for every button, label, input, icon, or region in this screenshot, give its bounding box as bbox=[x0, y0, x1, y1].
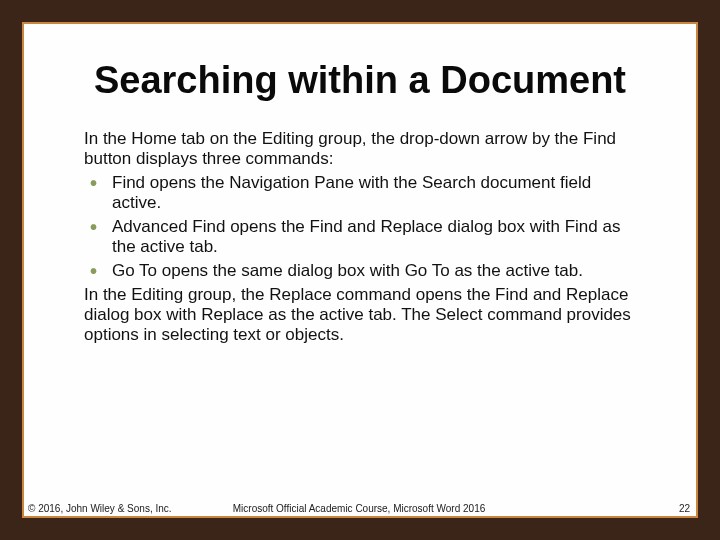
list-item: Go To opens the same dialog box with Go … bbox=[84, 261, 636, 281]
bullet-list: Find opens the Navigation Pane with the … bbox=[84, 173, 636, 281]
slide-content: Searching within a Document In the Home … bbox=[84, 60, 636, 350]
slide-frame: Searching within a Document In the Home … bbox=[22, 22, 698, 518]
slide-footer: © 2016, John Wiley & Sons, Inc. Microsof… bbox=[28, 498, 690, 514]
list-item: Find opens the Navigation Pane with the … bbox=[84, 173, 636, 213]
outro-paragraph: In the Editing group, the Replace comman… bbox=[84, 285, 636, 345]
footer-course: Microsoft Official Academic Course, Micr… bbox=[28, 503, 690, 514]
list-item: Advanced Find opens the Find and Replace… bbox=[84, 217, 636, 257]
slide-title: Searching within a Document bbox=[84, 60, 636, 101]
footer-page-number: 22 bbox=[679, 503, 690, 514]
intro-paragraph: In the Home tab on the Editing group, th… bbox=[84, 129, 636, 169]
